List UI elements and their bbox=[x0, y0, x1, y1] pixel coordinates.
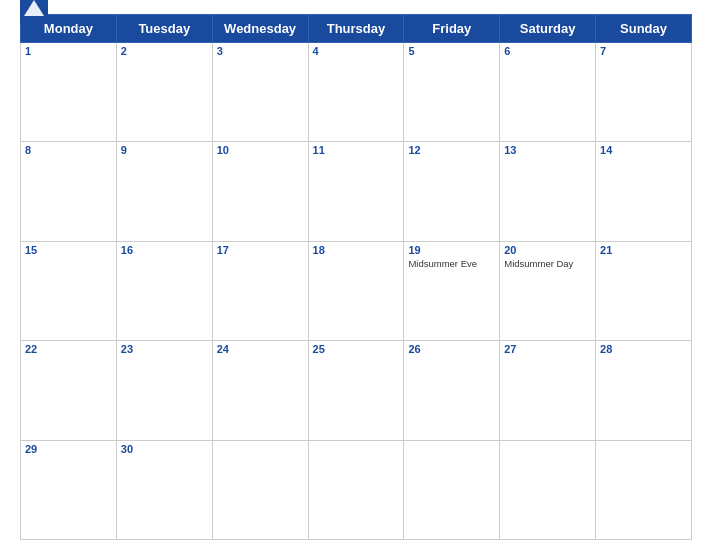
day-number: 21 bbox=[600, 244, 687, 256]
day-number: 27 bbox=[504, 343, 591, 355]
day-number: 11 bbox=[313, 144, 400, 156]
day-number: 25 bbox=[313, 343, 400, 355]
weekday-header-saturday: Saturday bbox=[500, 15, 596, 43]
calendar-cell: 26 bbox=[404, 341, 500, 440]
day-number: 22 bbox=[25, 343, 112, 355]
calendar-cell: 21 bbox=[596, 241, 692, 340]
calendar-cell: 1 bbox=[21, 43, 117, 142]
calendar-cell: 12 bbox=[404, 142, 500, 241]
calendar-cell: 7 bbox=[596, 43, 692, 142]
day-number: 4 bbox=[313, 45, 400, 57]
calendar-cell: 3 bbox=[212, 43, 308, 142]
weekday-header-row: MondayTuesdayWednesdayThursdayFridaySatu… bbox=[21, 15, 692, 43]
week-row-4: 22232425262728 bbox=[21, 341, 692, 440]
week-row-1: 1234567 bbox=[21, 43, 692, 142]
calendar-cell: 10 bbox=[212, 142, 308, 241]
calendar-cell: 9 bbox=[116, 142, 212, 241]
week-row-2: 891011121314 bbox=[21, 142, 692, 241]
calendar-cell bbox=[500, 440, 596, 539]
weekday-header-friday: Friday bbox=[404, 15, 500, 43]
week-row-5: 2930 bbox=[21, 440, 692, 539]
calendar-cell: 13 bbox=[500, 142, 596, 241]
week-row-3: 1516171819Midsummer Eve20Midsummer Day21 bbox=[21, 241, 692, 340]
calendar-cell: 11 bbox=[308, 142, 404, 241]
day-number: 2 bbox=[121, 45, 208, 57]
calendar-cell bbox=[212, 440, 308, 539]
day-number: 28 bbox=[600, 343, 687, 355]
day-number: 6 bbox=[504, 45, 591, 57]
day-number: 26 bbox=[408, 343, 495, 355]
calendar-cell: 8 bbox=[21, 142, 117, 241]
day-number: 15 bbox=[25, 244, 112, 256]
calendar-cell: 6 bbox=[500, 43, 596, 142]
day-number: 13 bbox=[504, 144, 591, 156]
calendar-cell: 22 bbox=[21, 341, 117, 440]
day-number: 23 bbox=[121, 343, 208, 355]
weekday-header-sunday: Sunday bbox=[596, 15, 692, 43]
day-number: 18 bbox=[313, 244, 400, 256]
calendar-cell: 16 bbox=[116, 241, 212, 340]
day-number: 16 bbox=[121, 244, 208, 256]
day-number: 29 bbox=[25, 443, 112, 455]
day-number: 9 bbox=[121, 144, 208, 156]
calendar-cell: 25 bbox=[308, 341, 404, 440]
weekday-header-tuesday: Tuesday bbox=[116, 15, 212, 43]
calendar-cell: 30 bbox=[116, 440, 212, 539]
day-number: 7 bbox=[600, 45, 687, 57]
calendar-cell: 28 bbox=[596, 341, 692, 440]
day-number: 10 bbox=[217, 144, 304, 156]
calendar-cell: 29 bbox=[21, 440, 117, 539]
day-number: 17 bbox=[217, 244, 304, 256]
calendar-cell: 18 bbox=[308, 241, 404, 340]
logo bbox=[20, 0, 52, 24]
calendar-cell: 23 bbox=[116, 341, 212, 440]
day-number: 24 bbox=[217, 343, 304, 355]
calendar-cell: 24 bbox=[212, 341, 308, 440]
logo-icon bbox=[20, 0, 48, 24]
calendar-cell: 17 bbox=[212, 241, 308, 340]
calendar-cell bbox=[596, 440, 692, 539]
weekday-header-thursday: Thursday bbox=[308, 15, 404, 43]
calendar-cell: 5 bbox=[404, 43, 500, 142]
day-number: 8 bbox=[25, 144, 112, 156]
calendar-cell: 15 bbox=[21, 241, 117, 340]
event-label: Midsummer Day bbox=[504, 258, 591, 269]
calendar-cell: 2 bbox=[116, 43, 212, 142]
day-number: 14 bbox=[600, 144, 687, 156]
event-label: Midsummer Eve bbox=[408, 258, 495, 269]
calendar-cell: 19Midsummer Eve bbox=[404, 241, 500, 340]
calendar-cell: 4 bbox=[308, 43, 404, 142]
calendar-cell bbox=[404, 440, 500, 539]
day-number: 1 bbox=[25, 45, 112, 57]
day-number: 19 bbox=[408, 244, 495, 256]
day-number: 12 bbox=[408, 144, 495, 156]
calendar-cell: 27 bbox=[500, 341, 596, 440]
day-number: 5 bbox=[408, 45, 495, 57]
day-number: 3 bbox=[217, 45, 304, 57]
calendar-cell: 20Midsummer Day bbox=[500, 241, 596, 340]
calendar-table: MondayTuesdayWednesdayThursdayFridaySatu… bbox=[20, 14, 692, 540]
day-number: 20 bbox=[504, 244, 591, 256]
day-number: 30 bbox=[121, 443, 208, 455]
weekday-header-wednesday: Wednesday bbox=[212, 15, 308, 43]
calendar-cell bbox=[308, 440, 404, 539]
calendar-cell: 14 bbox=[596, 142, 692, 241]
